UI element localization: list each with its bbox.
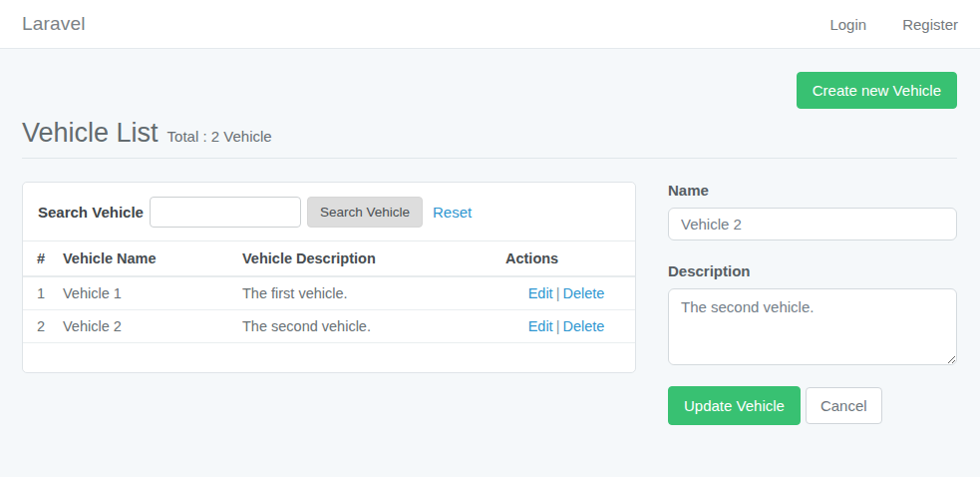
page-heading: Vehicle List Total : 2 Vehicle — [22, 118, 957, 149]
search-label: Search Vehicle — [38, 204, 144, 221]
row-vehicle-description: The first vehicle. — [234, 276, 497, 310]
header-vehicle-name: Vehicle Name — [55, 241, 234, 277]
card-bottom-spacer — [23, 343, 635, 372]
row-actions: Edit|Delete — [497, 310, 635, 343]
delete-link[interactable]: Delete — [562, 318, 604, 334]
heading-divider — [22, 158, 957, 159]
edit-link[interactable]: Edit — [528, 285, 553, 301]
row-vehicle-name: Vehicle 2 — [55, 310, 234, 343]
action-separator: | — [556, 285, 560, 301]
description-field[interactable]: The second vehicle. — [668, 288, 957, 365]
header-num: # — [23, 241, 55, 277]
row-vehicle-description: The second vehicle. — [234, 310, 497, 343]
table-header-row: # Vehicle Name Vehicle Description Actio… — [23, 241, 635, 277]
top-actions: Create new Vehicle — [22, 72, 957, 109]
create-new-vehicle-button[interactable]: Create new Vehicle — [797, 72, 957, 109]
row-num: 2 — [23, 310, 55, 343]
cancel-button[interactable]: Cancel — [806, 387, 882, 424]
row-vehicle-name: Vehicle 1 — [55, 276, 234, 310]
brand-link[interactable]: Laravel — [22, 13, 86, 35]
content-columns: Search Vehicle Search Vehicle Reset # Ve… — [22, 182, 957, 425]
header-actions: Actions — [497, 241, 635, 277]
total-count-label: Total : 2 Vehicle — [167, 128, 272, 145]
main-container: Create new Vehicle Vehicle List Total : … — [0, 49, 980, 425]
page-title: Vehicle List — [22, 118, 159, 149]
field-gap — [668, 240, 957, 262]
action-separator: | — [556, 318, 560, 334]
navbar: Laravel Login Register — [0, 0, 980, 49]
row-num: 1 — [23, 276, 55, 310]
search-form: Search Vehicle Search Vehicle Reset — [23, 183, 635, 240]
row-actions: Edit|Delete — [497, 276, 635, 310]
edit-link[interactable]: Edit — [528, 318, 553, 334]
reset-link[interactable]: Reset — [433, 204, 472, 221]
description-label: Description — [668, 262, 957, 279]
name-label: Name — [668, 182, 957, 199]
vehicle-table: # Vehicle Name Vehicle Description Actio… — [23, 240, 635, 343]
login-link[interactable]: Login — [829, 16, 866, 33]
vehicle-list-card: Search Vehicle Search Vehicle Reset # Ve… — [22, 182, 636, 373]
name-field[interactable] — [668, 208, 957, 240]
table-row: 2 Vehicle 2 The second vehicle. Edit|Del… — [23, 310, 635, 343]
register-link[interactable]: Register — [902, 16, 958, 33]
header-vehicle-description: Vehicle Description — [234, 241, 497, 277]
form-buttons: Update Vehicle Cancel — [668, 386, 957, 425]
table-row: 1 Vehicle 1 The first vehicle. Edit|Dele… — [23, 276, 635, 310]
delete-link[interactable]: Delete — [562, 285, 604, 301]
search-input[interactable] — [150, 197, 301, 228]
update-vehicle-button[interactable]: Update Vehicle — [668, 386, 801, 425]
search-button[interactable]: Search Vehicle — [307, 197, 423, 228]
vehicle-edit-form: Name Description The second vehicle. Upd… — [668, 182, 957, 425]
navbar-links: Login Register — [829, 16, 958, 33]
